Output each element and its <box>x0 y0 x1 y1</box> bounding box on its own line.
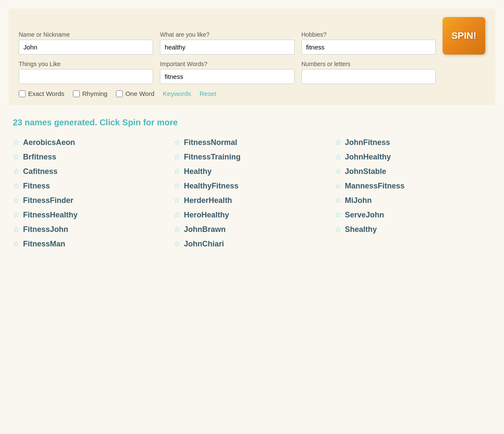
one-word-checkbox[interactable] <box>116 90 123 97</box>
star-icon[interactable]: ☆ <box>335 167 342 176</box>
name-text: Brfitness <box>23 153 56 162</box>
hobbies-label: Hobbies? <box>301 31 436 38</box>
name-input[interactable] <box>19 40 153 55</box>
name-item: ☆JohnFitness <box>335 138 491 147</box>
name-item: ☆FitnessNormal <box>174 138 330 147</box>
options-row: Exact Words Rhyming One Word Keywords Re… <box>19 90 485 97</box>
star-icon[interactable]: ☆ <box>174 167 180 176</box>
important-group: Important Words? <box>160 61 294 84</box>
star-icon[interactable]: ☆ <box>335 138 342 147</box>
name-text: FitnessMan <box>23 240 65 249</box>
name-item: ☆FitnessTraining <box>174 152 330 162</box>
name-item: ☆AerobicsAeon <box>13 138 169 147</box>
hobbies-input[interactable] <box>301 40 436 55</box>
name-item: ☆FitnessFinder <box>13 196 169 205</box>
important-label: Important Words? <box>160 61 294 67</box>
star-icon[interactable]: ☆ <box>174 152 180 162</box>
star-icon[interactable]: ☆ <box>13 196 20 205</box>
results-count: 23 names generated. Click Spin for more <box>13 118 491 127</box>
star-icon[interactable]: ☆ <box>335 210 342 220</box>
exact-words-label: Exact Words <box>28 90 64 97</box>
star-icon[interactable]: ☆ <box>13 239 20 249</box>
name-item: ☆HealthyFitness <box>174 181 330 191</box>
name-group: Name or Nickname <box>19 31 153 55</box>
star-icon[interactable]: ☆ <box>174 225 180 234</box>
star-icon[interactable]: ☆ <box>174 196 180 205</box>
names-grid: ☆AerobicsAeon☆FitnessNormal☆JohnFitness☆… <box>13 138 491 249</box>
name-item: ☆Cafitness <box>13 167 169 176</box>
name-text: FitnessFinder <box>23 196 73 205</box>
star-icon[interactable]: ☆ <box>13 225 20 234</box>
what-label: What are you like? <box>160 31 294 38</box>
name-text: JohnHealthy <box>345 153 391 162</box>
star-icon[interactable]: ☆ <box>174 138 180 147</box>
name-item: ☆HerderHealth <box>174 196 330 205</box>
name-item: ☆FitnessJohn <box>13 225 169 234</box>
name-item: ☆Shealthy <box>335 225 491 234</box>
things-label: Things you Like <box>19 61 153 67</box>
name-text: AerobicsAeon <box>23 138 75 147</box>
name-text: HealthyFitness <box>184 182 238 191</box>
one-word-checkbox-label[interactable]: One Word <box>116 90 154 97</box>
form-row-2: Things you Like Important Words? Numbers… <box>19 61 485 84</box>
star-icon[interactable]: ☆ <box>174 239 180 249</box>
hobbies-group: Hobbies? <box>301 31 436 55</box>
star-icon[interactable]: ☆ <box>335 196 342 205</box>
star-icon[interactable]: ☆ <box>174 210 180 220</box>
name-item: ☆JohnStable <box>335 167 491 176</box>
numbers-input[interactable] <box>301 69 436 84</box>
name-text: HeroHealthy <box>184 211 229 220</box>
exact-words-checkbox[interactable] <box>19 90 26 97</box>
name-text: FitnessNormal <box>184 138 237 147</box>
numbers-group: Numbers or letters <box>301 61 436 84</box>
star-icon[interactable]: ☆ <box>13 152 20 162</box>
reset-button[interactable]: Reset <box>200 90 216 97</box>
name-item: ☆MannessFitness <box>335 181 491 191</box>
spin-button[interactable]: SPIN! <box>443 17 485 55</box>
name-label: Name or Nickname <box>19 31 153 38</box>
keywords-button[interactable]: Keywords <box>163 90 191 97</box>
form-panel: Name or Nickname What are you like? Hobb… <box>9 9 495 105</box>
name-text: Cafitness <box>23 167 58 176</box>
name-text: FitnessTraining <box>184 153 240 162</box>
name-text: JohnFitness <box>345 138 390 147</box>
star-icon[interactable]: ☆ <box>13 167 20 176</box>
rhyming-checkbox-label[interactable]: Rhyming <box>73 90 107 97</box>
results-section: 23 names generated. Click Spin for more … <box>9 118 495 249</box>
one-word-label: One Word <box>125 90 154 97</box>
important-input[interactable] <box>160 69 294 84</box>
name-item: ☆JohnChiari <box>174 239 330 249</box>
things-group: Things you Like <box>19 61 153 84</box>
star-icon[interactable]: ☆ <box>174 181 180 191</box>
name-text: JohnStable <box>345 167 386 176</box>
name-text: HerderHealth <box>184 196 232 205</box>
name-item-empty <box>335 239 491 249</box>
star-icon[interactable]: ☆ <box>13 181 20 191</box>
name-text: Shealthy <box>345 225 377 234</box>
name-item: ☆JohnBrawn <box>174 225 330 234</box>
name-text: FitnessJohn <box>23 225 68 234</box>
what-input[interactable] <box>160 40 294 55</box>
star-icon[interactable]: ☆ <box>335 152 342 162</box>
name-item: ☆MiJohn <box>335 196 491 205</box>
star-icon[interactable]: ☆ <box>335 225 342 234</box>
things-input[interactable] <box>19 69 153 84</box>
form-row-1: Name or Nickname What are you like? Hobb… <box>19 17 485 55</box>
name-item: ☆HeroHealthy <box>174 210 330 220</box>
name-text: JohnChiari <box>184 240 224 249</box>
name-text: Fitness <box>23 182 50 191</box>
star-icon[interactable]: ☆ <box>13 138 20 147</box>
star-icon[interactable]: ☆ <box>335 181 342 191</box>
name-item: ☆ServeJohn <box>335 210 491 220</box>
rhyming-label: Rhyming <box>82 90 107 97</box>
what-group: What are you like? <box>160 31 294 55</box>
name-text: MannessFitness <box>345 182 405 191</box>
exact-words-checkbox-label[interactable]: Exact Words <box>19 90 64 97</box>
name-text: ServeJohn <box>345 211 384 220</box>
name-item: ☆Fitness <box>13 181 169 191</box>
name-item: ☆JohnHealthy <box>335 152 491 162</box>
rhyming-checkbox[interactable] <box>73 90 80 97</box>
numbers-label: Numbers or letters <box>301 61 436 67</box>
name-item: ☆FitnessMan <box>13 239 169 249</box>
star-icon[interactable]: ☆ <box>13 210 20 220</box>
